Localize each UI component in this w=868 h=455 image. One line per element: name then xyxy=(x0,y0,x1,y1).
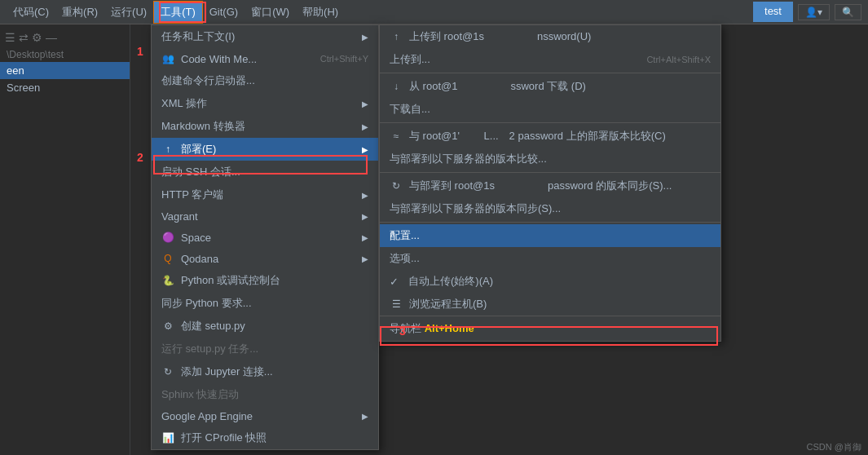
download-from-label: 下载自... xyxy=(390,102,430,117)
step-label-3: 3 xyxy=(399,325,406,338)
space-icon: 🟣 xyxy=(161,231,174,244)
menu-run[interactable]: 运行(U) xyxy=(104,2,153,23)
deploy-item-sync-server[interactable]: 与部署到以下服务器的版本同步(S)... xyxy=(380,197,720,220)
sidebar-icon-gear[interactable]: ⚙ xyxy=(32,31,42,44)
compare-server-label: 与部署到以下服务器的版本比较... xyxy=(390,152,547,166)
sidebar-path: \Desktop\test xyxy=(0,47,130,62)
tools-item-python-console[interactable]: 🐍 Python 或调试控制台 xyxy=(152,269,378,292)
menu-code[interactable]: 代码(C) xyxy=(7,2,55,23)
deploy-item-options[interactable]: 选项... xyxy=(380,247,720,270)
vagrant-label: Vagrant xyxy=(161,210,198,223)
tools-item-cli[interactable]: 创建命令行启动器... xyxy=(152,69,378,92)
tools-item-jupyter[interactable]: ↻ 添加 Jupyter 连接... xyxy=(152,360,378,383)
space-label: Space xyxy=(181,232,211,244)
step-label-1: 1 xyxy=(137,45,143,58)
menu-window[interactable]: 窗口(W) xyxy=(245,2,296,23)
sidebar-item-een[interactable]: een xyxy=(0,62,130,79)
tools-item-qodana[interactable]: Q Qodana ▶ xyxy=(152,248,378,269)
tools-item-codewithme[interactable]: 👥 Code With Me... Ctrl+Shift+Y xyxy=(152,48,378,69)
upload-to-shortcut: Ctrl+Alt+Shift+X xyxy=(646,55,711,64)
download-root-label: 从 root@1 ssword 下载 (D) xyxy=(409,79,586,94)
sphinx-label: Sphinx 快速启动 xyxy=(161,387,239,402)
deploy-item-download-from[interactable]: 下载自... xyxy=(380,98,720,121)
vagrant-arrow: ▶ xyxy=(362,212,368,221)
deploy-item-browse-remote[interactable]: ☰ 浏览远程主机(B) xyxy=(380,293,720,316)
python-console-label: Python 或调试控制台 xyxy=(181,273,280,288)
compare-root-icon: ≈ xyxy=(390,130,403,143)
tools-item-setup[interactable]: ⚙ 创建 setup.py xyxy=(152,315,378,338)
tools-item-markdown[interactable]: Markdown 转换器 ▶ xyxy=(152,115,378,138)
configure-label: 配置... xyxy=(390,228,420,243)
navbar-hint: 导航栏 Alt+Home xyxy=(380,316,720,341)
tools-item-deploy[interactable]: ↑ 部署(E) ▶ xyxy=(152,138,378,161)
google-app-engine-label: Google App Engine xyxy=(161,410,253,422)
markdown-label: Markdown 转换器 xyxy=(161,119,245,134)
tools-item-tasks[interactable]: 任务和上下文(I) ▶ xyxy=(152,25,378,48)
menu-bar-right: test 👤▾ 🔍 xyxy=(753,2,861,22)
sync-python-label: 同步 Python 要求... xyxy=(161,296,252,311)
download-root-icon: ↓ xyxy=(390,80,403,93)
tab-test[interactable]: test xyxy=(753,2,793,22)
navbar-shortcut: Alt+Home xyxy=(425,322,474,334)
status-bar: CSDN @肖御 xyxy=(800,440,868,455)
upload-root-label: 上传到 root@1s nssword(U) xyxy=(409,29,591,44)
ssh-label: 启动 SSH 会话... xyxy=(161,165,240,179)
search-button[interactable]: 🔍 xyxy=(835,4,861,20)
tools-item-google-app-engine[interactable]: Google App Engine ▶ xyxy=(152,406,378,426)
deploy-item-sync-root[interactable]: ↻ 与部署到 root@1s password 的版本同步(S)... xyxy=(380,174,720,197)
sync-root-label: 与部署到 root@1s password 的版本同步(S)... xyxy=(409,179,672,193)
sidebar: ☰ ⇄ ⚙ — \Desktop\test een Screen xyxy=(0,24,130,455)
menu-help[interactable]: 帮助(H) xyxy=(296,2,345,23)
tools-item-vagrant[interactable]: Vagrant ▶ xyxy=(152,206,378,227)
cprofile-label: 打开 CProfile 快照 xyxy=(181,431,267,445)
deploy-item-configure[interactable]: 配置... xyxy=(380,224,720,247)
sidebar-item-screen[interactable]: Screen xyxy=(0,79,130,96)
deploy-arrow: ▶ xyxy=(362,145,368,154)
menu-tools[interactable]: 工具(T) xyxy=(153,1,203,24)
deploy-icon: ↑ xyxy=(161,143,174,156)
cli-label: 创建命令行启动器... xyxy=(161,73,255,88)
sidebar-icon-list[interactable]: ☰ xyxy=(5,31,15,44)
tasks-label: 任务和上下文(I) xyxy=(161,29,235,44)
gae-arrow: ▶ xyxy=(362,412,368,421)
tools-item-cprofile[interactable]: 📊 打开 CProfile 快照 xyxy=(152,426,378,449)
menu-refactor[interactable]: 重构(R) xyxy=(55,2,104,23)
tools-item-run-setup: 运行 setup.py 任务... xyxy=(152,338,378,360)
markdown-arrow: ▶ xyxy=(362,122,368,131)
http-arrow: ▶ xyxy=(362,191,368,200)
deploy-sep-4 xyxy=(380,222,720,223)
qodana-label: Qodana xyxy=(181,253,218,265)
upload-to-label: 上传到... xyxy=(390,52,430,67)
setup-label: 创建 setup.py xyxy=(181,319,245,334)
tools-item-http[interactable]: HTTP 客户端 ▶ xyxy=(152,183,378,206)
menu-bar: 代码(C) 重构(R) 运行(U) 工具(T) Git(G) 窗口(W) 帮助(… xyxy=(0,0,868,24)
qodana-icon: Q xyxy=(161,252,174,265)
tools-item-xml[interactable]: XML 操作 ▶ xyxy=(152,92,378,115)
space-arrow: ▶ xyxy=(362,233,368,242)
browse-remote-icon: ☰ xyxy=(390,298,403,311)
cprofile-icon: 📊 xyxy=(161,431,174,444)
compare-root-label: 与 root@1' L... 2 password 上的部署版本比较(C) xyxy=(409,129,666,144)
upload-root-icon: ↑ xyxy=(390,30,403,43)
menu-git[interactable]: Git(G) xyxy=(203,2,245,21)
tools-item-sphinx: Sphinx 快速启动 xyxy=(152,383,378,406)
tools-item-sync-python[interactable]: 同步 Python 要求... xyxy=(152,292,378,315)
deploy-item-download-root[interactable]: ↓ 从 root@1 ssword 下载 (D) xyxy=(380,75,720,98)
tasks-arrow: ▶ xyxy=(362,33,368,42)
deploy-item-compare-server[interactable]: 与部署到以下服务器的版本比较... xyxy=(380,148,720,170)
deploy-label: 部署(E) xyxy=(181,142,216,157)
sync-server-label: 与部署到以下服务器的版本同步(S)... xyxy=(390,201,561,216)
sidebar-icon-split[interactable]: ⇄ xyxy=(19,31,29,44)
deploy-item-upload-to[interactable]: 上传到... Ctrl+Alt+Shift+X xyxy=(380,48,720,71)
sidebar-icon-minus[interactable]: — xyxy=(46,31,57,44)
codewithme-shortcut: Ctrl+Shift+Y xyxy=(320,54,368,64)
deploy-item-auto-upload[interactable]: ✓ 自动上传(始终)(A) xyxy=(380,270,720,293)
user-icon-button[interactable]: 👤▾ xyxy=(798,4,830,20)
deploy-sep-2 xyxy=(380,122,720,123)
tools-item-ssh[interactable]: 启动 SSH 会话... xyxy=(152,161,378,183)
auto-upload-checkmark: ✓ xyxy=(390,276,399,288)
tools-item-space[interactable]: 🟣 Space ▶ xyxy=(152,227,378,248)
deploy-item-compare-root[interactable]: ≈ 与 root@1' L... 2 password 上的部署版本比较(C) xyxy=(380,125,720,148)
sidebar-toolbar: ☰ ⇄ ⚙ — xyxy=(0,28,130,47)
deploy-item-upload-root[interactable]: ↑ 上传到 root@1s nssword(U) xyxy=(380,25,720,48)
